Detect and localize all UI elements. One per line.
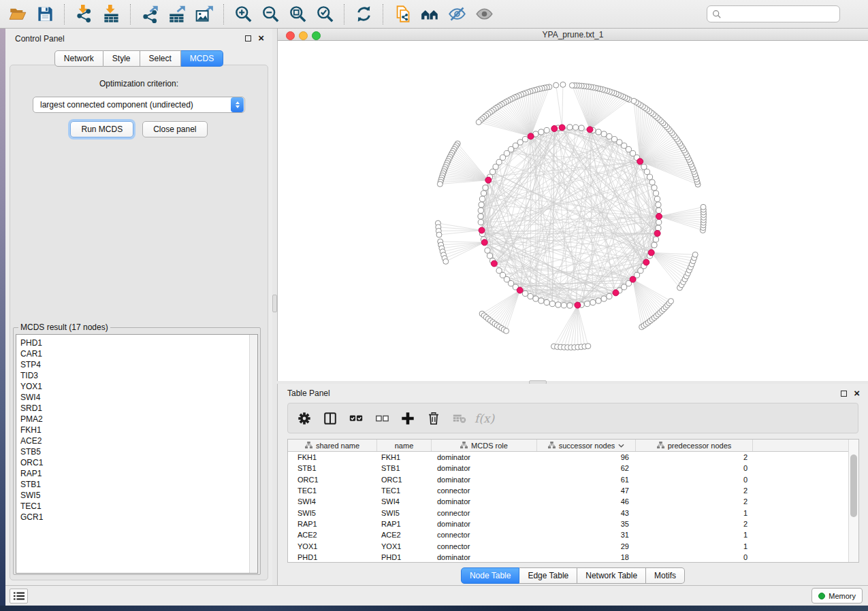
task-history-button[interactable] [10,589,28,604]
zoom-in-icon [234,5,253,23]
mcds-result-item[interactable]: ORC1 [20,457,248,468]
zoom-out-button[interactable] [257,3,284,26]
table-row[interactable]: ORC1ORC1dominator610 [288,474,858,485]
table-cell: ORC1 [288,476,377,484]
mcds-result-item[interactable]: PHD1 [20,337,248,348]
tab-node-table[interactable]: Node Table [461,567,520,584]
table-cell: 0 [636,464,753,472]
column-header-label: predecessor nodes [668,442,732,450]
mcds-result-item[interactable]: TEC1 [20,501,248,512]
save-session-button[interactable] [31,3,59,26]
tab-edge-table[interactable]: Edge Table [519,567,577,584]
run-mcds-button[interactable]: Run MCDS [70,121,133,137]
table-row[interactable]: RAP1RAP1dominator352 [288,518,858,529]
float-panel-icon[interactable] [841,391,847,397]
mcds-result-item[interactable]: RAP1 [20,468,248,479]
table-row[interactable]: YOX1YOX1connector291 [288,540,858,551]
network-window-titlebar: YPA_prune.txt_1 [278,29,868,41]
window-close-button[interactable] [286,31,295,40]
tab-network-table[interactable]: Network Table [577,567,646,584]
zoom-in-button[interactable] [229,3,257,26]
mcds-result-item[interactable]: ACE2 [20,435,248,446]
table-row[interactable]: SWI4SWI4dominator462 [288,496,858,507]
float-panel-icon[interactable] [245,35,251,42]
show-columns-button[interactable] [319,407,341,430]
plus-icon [400,411,415,426]
hide-selected-button[interactable] [443,3,470,26]
mcds-result-item[interactable]: SWI4 [20,392,248,403]
tab-mcds[interactable]: MCDS [181,50,223,67]
search-input[interactable] [722,7,835,21]
unselect-all-button[interactable] [371,407,393,430]
table-cell: 29 [537,542,636,550]
tab-network[interactable]: Network [54,50,103,67]
memory-label: Memory [829,592,856,600]
table-row[interactable]: FKH1FKH1dominator962 [288,452,858,463]
tab-select[interactable]: Select [140,50,181,67]
tab-style[interactable]: Style [103,50,140,67]
criterion-select[interactable]: largest connected component (undirected) [33,97,245,113]
column-header-shared-name[interactable]: shared name [288,440,377,451]
table-row[interactable]: STB1STB1dominator620 [288,463,858,474]
first-neighbors-button[interactable] [416,3,443,26]
table-cell: RAP1 [288,520,377,528]
window-minimize-button[interactable] [299,31,308,40]
splitter-grip[interactable] [272,295,277,312]
delete-column-button[interactable] [423,407,445,430]
import-network-button[interactable] [70,3,97,26]
apply-layout-button[interactable] [350,3,377,26]
copy-network-button[interactable] [389,3,416,26]
mcds-result-item[interactable]: STB5 [20,446,248,457]
network-graph[interactable] [278,41,867,378]
mcds-result-scrollbar[interactable] [249,335,257,573]
zoom-selected-button[interactable] [311,3,338,26]
create-column-button[interactable] [397,407,419,430]
mcds-result-item[interactable]: FKH1 [20,425,248,435]
tab-motifs[interactable]: Motifs [646,567,685,584]
select-all-button[interactable] [345,407,367,430]
table-row[interactable]: TEC1TEC1connector472 [288,485,858,496]
table-scrollbar-thumb[interactable] [850,455,857,517]
table-cell: STB1 [377,464,432,472]
mcds-result-item[interactable]: STB1 [20,479,248,490]
window-zoom-button[interactable] [312,31,321,40]
table-row[interactable]: ACE2ACE2connector311 [288,529,858,540]
column-header-successor-nodes[interactable]: successor nodes [537,440,636,451]
mcds-result-item[interactable]: CAR1 [20,348,248,359]
mcds-result-item[interactable]: SWI5 [20,490,248,501]
vertical-splitter[interactable] [272,29,277,585]
close-panel-icon[interactable]: × [258,35,264,42]
zoom-fit-button[interactable] [284,3,311,26]
show-all-button[interactable] [470,3,498,26]
table-cell: FKH1 [377,453,432,461]
column-header-name[interactable]: name [377,440,432,451]
mcds-result-item[interactable]: TID3 [20,370,248,381]
mcds-result-item[interactable]: YOX1 [20,381,248,392]
mcds-result-item[interactable]: SRD1 [20,403,248,414]
select-stepper-icon [231,97,244,112]
table-cell: STB1 [288,464,377,472]
column-header-predecessor-nodes[interactable]: predecessor nodes [636,440,753,451]
mcds-result-item[interactable]: GCR1 [20,512,248,523]
table-row[interactable]: SWI5SWI5connector431 [288,507,858,518]
close-panel-button[interactable]: Close panel [142,121,207,137]
column-header-label: successor nodes [559,442,615,450]
mcds-result-item[interactable]: PMA2 [20,414,248,425]
table-row[interactable]: PHD1PHD1dominator180 [288,552,858,563]
unchecked-boxes-icon [374,411,389,426]
export-network-button[interactable] [136,3,163,26]
export-table-button[interactable] [163,3,191,26]
close-panel-icon[interactable]: × [854,390,860,397]
export-image-button[interactable] [191,3,218,26]
open-session-button[interactable] [4,3,31,26]
import-table-button[interactable] [97,3,125,26]
column-header-MCDS-role[interactable]: MCDS role [432,440,537,451]
eye-icon [475,5,494,23]
table-cell: PHD1 [377,553,432,561]
table-mode-button[interactable] [293,407,315,430]
mcds-result-item[interactable]: STP4 [20,359,248,370]
table-scrollbar[interactable] [848,440,858,562]
criterion-selected-value: largest connected component (undirected) [33,100,231,110]
network-canvas[interactable] [278,41,868,381]
memory-button[interactable]: Memory [811,588,863,604]
